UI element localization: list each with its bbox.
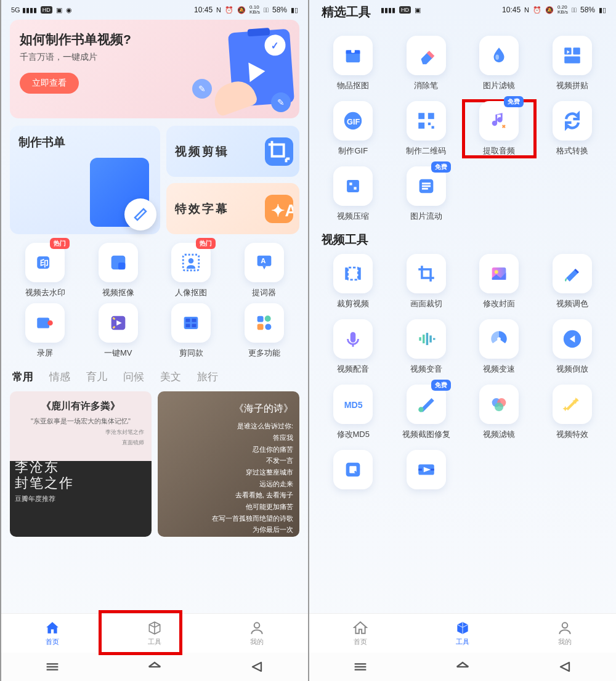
tool-music[interactable]: 免费 提取音频 [464,101,535,157]
repair-icon [416,394,437,415]
template-work: 封笔之作 [15,475,147,491]
tool-teleprompter[interactable]: A 提词器 [229,243,300,298]
back-button[interactable] [248,658,265,675]
tool-record[interactable]: 录屏 [10,303,81,359]
tool-md5[interactable]: MD5 修改MD5 [318,385,389,440]
tool-qr[interactable]: 制作二维码 [391,101,462,157]
speed-icon [488,328,509,349]
tool-portrait[interactable]: 热门 人像抠图 [156,243,227,298]
svg-rect-21 [265,324,271,330]
tool-vfilter[interactable]: 视频滤镜 [464,385,535,440]
back-button[interactable] [556,658,573,675]
tool-color[interactable]: 视频调色 [537,254,608,309]
tool-label: 图片流动 [410,211,442,222]
svg-point-7 [188,258,194,264]
nav-tools[interactable]: 工具 [103,614,206,653]
tool-label: 修改封面 [483,298,515,309]
tool-label: 视频滤镜 [483,429,515,440]
tool-speed[interactable]: 视频变速 [464,319,535,375]
nav-home[interactable]: 首页 [309,614,411,653]
android-nav-bar [1,653,308,681]
nav-home[interactable]: 首页 [1,614,103,653]
tool-collage[interactable]: 视频拼贴 [537,36,608,91]
recent-apps-button[interactable] [352,658,369,675]
tool-more[interactable]: 更多功能 [229,303,300,359]
banner-cta-button[interactable]: 立即查看 [20,73,79,94]
profile-icon [557,620,573,636]
tool-voice[interactable]: 视频变音 [391,319,462,375]
tool-reverse[interactable]: 视频倒放 [537,319,608,375]
tool-gif[interactable]: GIF 制作GIF [318,101,389,157]
category-tab[interactable]: 问候 [123,370,144,384]
dnd-icon: 🔕 [545,6,554,14]
tool-label: 录屏 [37,348,53,359]
tool-cutout[interactable]: 视频抠像 [83,243,154,298]
home-button[interactable] [454,658,471,675]
category-tab[interactable]: 常用 [12,370,33,384]
battery-icon: ▮▯ [291,6,298,14]
template-lines: 是谁这么告诉过你:答应我忍住你的痛苦不发一言穿过这整座城市远远的走来去看看她, … [212,420,293,536]
convert-icon [562,110,583,131]
more-icon [254,312,275,333]
tool-label: 视频调色 [556,298,588,309]
md5-icon: MD5 [342,394,363,415]
video-edit-card[interactable]: 视频剪辑 [166,126,299,177]
tool-mv[interactable]: 一键MV [83,303,154,359]
net-unit: KB/s [249,10,260,15]
box-icon [342,45,363,66]
svg-rect-40 [347,180,359,192]
badge: 免费 [504,96,524,107]
category-tab[interactable]: 情感 [49,370,70,384]
home-button[interactable] [146,658,163,675]
battery-icon: ▮▯ [599,6,606,14]
template-card-1[interactable]: 《鹿川有许多粪》 "东亚叙事是一场宏大的集体记忆" 李沧东封笔之作 直面镜师 李… [10,391,152,537]
nav-tools[interactable]: 工具 [411,614,514,653]
category-tab[interactable]: 育儿 [86,370,107,384]
pen-icon: ✎ [192,79,212,99]
tool-label: 修改MD5 [337,429,370,440]
tool-watermark[interactable]: 热门印 视频去水印 [10,243,81,298]
tools-grid: 热门印 视频去水印 视频抠像 热门 人像抠图 A 提词器 录屏 一键MV 剪同款… [10,243,299,359]
tool-film[interactable]: 剪同款 [156,303,227,359]
subtitle-fx-card[interactable]: 特效字幕 ✦A [166,183,299,234]
svg-text:✦A: ✦A [271,201,293,219]
wechat-icon: ◉ [66,6,72,14]
category-tab[interactable]: 美文 [160,370,181,384]
svg-rect-42 [354,187,357,189]
edit-icon [124,198,156,230]
phone-left: 5G ▮▮▮▮ HD ▣ ◉ 10:45 N ⏰ 🔕 0.10KB/s ◉⃝ 5… [0,0,308,681]
music-icon [488,110,509,131]
tool-drop[interactable]: 图片滤镜 [464,36,535,91]
tool-compress[interactable]: 视频压缩 [318,166,389,222]
template-quote: "东亚叙事是一场宏大的集体记忆" [17,417,144,426]
svg-rect-38 [428,123,431,125]
create-booklist-card[interactable]: 制作书单 [10,126,160,234]
template-card-2[interactable]: 《海子的诗》 是谁这么告诉过你:答应我忍住你的痛苦不发一言穿过这整座城市远远的走… [158,391,299,537]
tool-dub[interactable]: 视频配音 [318,319,389,375]
video-tools-grid: 裁剪视频 画面裁切 修改封面 视频调色 视频配音 视频变音 视频变速 视频倒放 … [318,254,607,440]
collage-icon [562,45,583,66]
tool-flow[interactable]: 免费 图片流动 [391,166,462,222]
promo-banner[interactable]: 如何制作书单视频? 千言万语，一键成片 立即查看 ✎ ✎ [10,20,299,118]
category-tab[interactable]: 旅行 [197,370,218,384]
tool-extra-2[interactable] [391,450,462,489]
tool-label: 画面裁切 [410,298,442,309]
tool-box[interactable]: 物品抠图 [318,36,389,91]
tool-eraser[interactable]: 消除笔 [391,36,462,91]
nav-profile[interactable]: 我的 [206,614,308,653]
tool-convert[interactable]: 格式转换 [537,101,608,157]
trim-icon [342,263,363,284]
tool-repair[interactable]: 免费 视频截图修复 [391,385,462,440]
svg-rect-10 [38,318,50,328]
tool-cover[interactable]: 修改封面 [464,254,535,309]
tool-label: 消除笔 [414,80,438,91]
tool-extra-1[interactable] [318,450,389,489]
tool-fx[interactable]: 视频特效 [537,385,608,440]
nav-profile[interactable]: 我的 [514,614,616,653]
status-time: 10:45 [502,6,521,14]
fx-icon [562,394,583,415]
wifi-icon: ◉⃝ [572,6,577,14]
recent-apps-button[interactable] [44,658,61,675]
tool-trim[interactable]: 裁剪视频 [318,254,389,309]
tool-crop[interactable]: 画面裁切 [391,254,462,309]
